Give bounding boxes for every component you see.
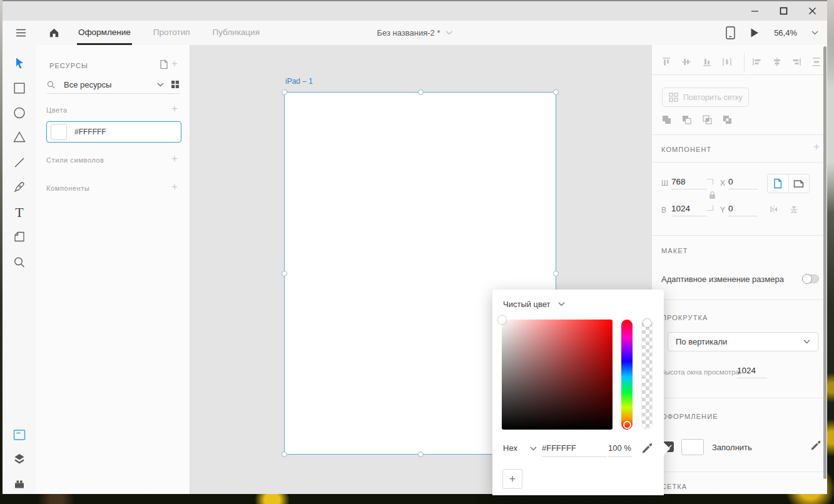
align-center-horizontal-icon[interactable] <box>772 57 782 67</box>
home-icon[interactable] <box>48 27 60 39</box>
align-right-icon[interactable] <box>791 57 801 67</box>
components-header: Компоненты <box>46 184 89 192</box>
boolean-add-icon[interactable] <box>661 114 672 125</box>
flip-horizontal-icon[interactable] <box>768 204 780 215</box>
grid-header: СЕТКА <box>661 483 687 490</box>
alpha-cursor[interactable] <box>643 319 651 327</box>
align-top-icon[interactable] <box>661 57 671 67</box>
colors-add-icon[interactable]: + <box>171 104 178 113</box>
hue-cursor[interactable] <box>623 421 631 429</box>
assets-panel-icon[interactable] <box>13 428 26 441</box>
hue-slider[interactable] <box>621 320 633 430</box>
viewport-height-label: Высота окна просмотра <box>660 368 740 376</box>
align-left-icon[interactable] <box>752 57 762 67</box>
document-title-area[interactable]: Без названия-2 * <box>377 21 453 45</box>
rectangle-tool-icon[interactable] <box>14 83 25 94</box>
tab-share[interactable]: Публикация <box>211 21 261 45</box>
pen-tool-icon[interactable] <box>13 181 26 193</box>
align-middle-vertical-icon[interactable] <box>681 57 691 67</box>
hex-value-input[interactable]: #FFFFFF <box>542 443 607 457</box>
zoom-chevron-icon[interactable] <box>811 31 818 35</box>
tools-rail: T <box>3 45 37 494</box>
fill-type-value[interactable]: Чистый цвет <box>503 300 551 309</box>
selection-handle[interactable] <box>282 89 287 95</box>
select-tool-icon[interactable] <box>14 57 26 70</box>
artboard-name[interactable]: iPad – 1 <box>285 77 313 86</box>
saturation-value-field[interactable] <box>502 320 613 430</box>
mode-tabs: Оформление Прототип Публикация <box>77 21 261 45</box>
orientation-landscape-button[interactable] <box>788 174 810 193</box>
scroll-header: ПРОКРУТКА <box>661 314 708 321</box>
viewport-height-input[interactable]: 1024 <box>737 366 767 378</box>
x-input[interactable]: 0 <box>728 177 758 189</box>
align-bottom-icon[interactable] <box>702 57 712 67</box>
y-input[interactable]: 0 <box>728 204 758 216</box>
scroll-direction-value: По вертикали <box>676 337 803 346</box>
tab-design[interactable]: Оформление <box>77 21 132 45</box>
maximize-button[interactable] <box>778 6 788 16</box>
orientation-portrait-button[interactable] <box>768 174 788 193</box>
text-tool-icon[interactable]: T <box>15 204 23 221</box>
fill-eyedropper-icon[interactable] <box>810 439 821 451</box>
boolean-subtract-icon[interactable] <box>681 114 692 125</box>
height-input[interactable]: 1024 <box>671 204 707 216</box>
line-tool-icon[interactable] <box>14 157 25 168</box>
color-asset-hex: #FFFFFF <box>74 128 106 136</box>
x-label: X <box>720 179 725 188</box>
assets-search-row[interactable]: Все ресурсы <box>47 76 180 94</box>
zoom-level[interactable]: 56,4% <box>774 28 797 38</box>
selection-handle[interactable] <box>282 271 287 276</box>
scroll-direction-dropdown[interactable]: По вертикали <box>668 332 818 351</box>
device-preview-icon[interactable] <box>726 26 735 39</box>
selection-handle[interactable] <box>282 451 287 457</box>
tab-prototype[interactable]: Прототип <box>152 21 191 45</box>
eyedropper-icon[interactable] <box>641 441 653 454</box>
fill-color-swatch[interactable] <box>681 439 704 455</box>
assets-add-icon[interactable]: + <box>171 59 178 68</box>
grid-view-icon[interactable] <box>171 80 180 89</box>
color-asset-item[interactable]: #FFFFFF <box>46 121 181 143</box>
color-format-value[interactable]: Hex <box>503 443 517 453</box>
inspector-scrollbar[interactable] <box>823 46 826 479</box>
selection-handle[interactable] <box>553 271 559 276</box>
distribute-horizontal-icon[interactable] <box>722 57 732 67</box>
play-icon[interactable] <box>750 28 760 38</box>
document-title: Без названия-2 * <box>377 28 440 38</box>
polygon-tool-icon[interactable] <box>13 131 26 143</box>
lock-icon[interactable] <box>708 191 716 199</box>
selection-handle[interactable] <box>418 451 424 457</box>
fill-type-chevron-icon[interactable] <box>558 302 565 306</box>
close-button[interactable] <box>807 6 817 16</box>
selection-handle[interactable] <box>418 89 424 95</box>
width-input[interactable]: 768 <box>671 177 707 189</box>
responsive-resize-toggle[interactable] <box>802 275 819 283</box>
minimize-button[interactable] <box>750 6 760 16</box>
layers-icon[interactable] <box>13 453 26 466</box>
plugins-icon[interactable] <box>13 478 26 490</box>
document-assets-icon[interactable] <box>159 59 169 69</box>
hamburger-menu-icon[interactable] <box>15 27 27 39</box>
color-field-cursor[interactable] <box>498 316 506 324</box>
component-add-icon[interactable]: + <box>813 143 820 151</box>
boolean-exclude-icon[interactable] <box>722 114 733 125</box>
format-chevron-icon[interactable] <box>530 446 537 451</box>
window-controls <box>750 1 817 21</box>
property-inspector: Повторить сетку КОМПОНЕНТ + Ш 768 X 0 В … <box>651 45 827 494</box>
repeat-grid-button[interactable]: Повторить сетку <box>662 88 749 107</box>
opacity-input[interactable]: 100 % <box>608 443 632 457</box>
selection-handle[interactable] <box>553 89 559 95</box>
ellipse-tool-icon[interactable] <box>14 107 26 119</box>
add-color-button[interactable]: + <box>502 469 522 489</box>
divider <box>652 471 827 472</box>
artboard-tool-icon[interactable] <box>14 231 26 243</box>
character-styles-add-icon[interactable]: + <box>171 154 178 163</box>
distribute-vertical-icon[interactable] <box>811 57 821 67</box>
chevron-down-icon[interactable] <box>157 83 164 87</box>
divider <box>652 398 827 398</box>
components-add-icon[interactable]: + <box>171 183 178 191</box>
flip-vertical-icon[interactable] <box>788 204 800 215</box>
orientation-switcher <box>767 174 810 193</box>
zoom-tool-icon[interactable] <box>14 256 26 268</box>
boolean-intersect-icon[interactable] <box>702 114 713 125</box>
alpha-slider[interactable] <box>641 318 653 430</box>
